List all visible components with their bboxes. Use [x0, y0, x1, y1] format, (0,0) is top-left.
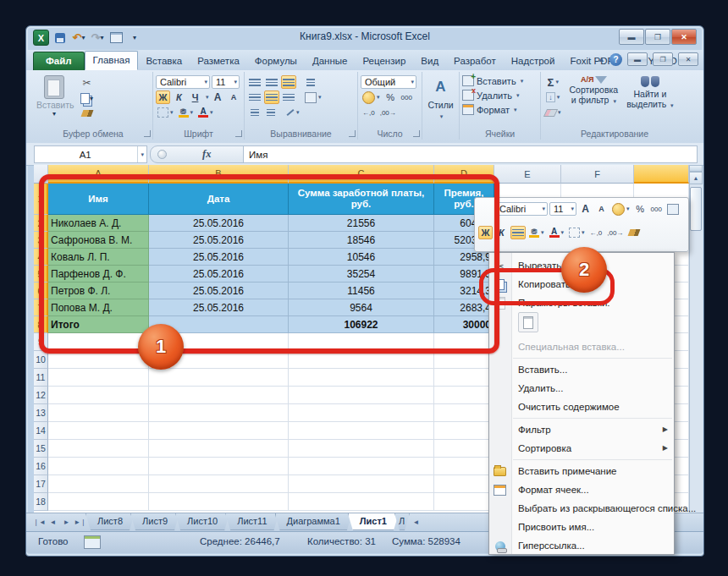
cell[interactable]	[48, 475, 149, 493]
menu-item-paste-special[interactable]: Специальная вставка...	[489, 337, 674, 356]
find-select-button[interactable]: Найти ивыделить ▾	[618, 74, 673, 110]
sheet-tab-list8[interactable]: Лист8	[85, 513, 135, 530]
align-middle-button[interactable]	[264, 75, 279, 89]
column-header-partial[interactable]	[634, 165, 689, 184]
mini-format-painter-button[interactable]	[626, 226, 641, 239]
cell[interactable]	[48, 493, 149, 511]
cut-button[interactable]: ✂	[79, 76, 95, 90]
sheet-tab-list10[interactable]: Лист10	[175, 513, 229, 530]
formula-input[interactable]: Имя	[243, 145, 698, 163]
ribbon-tab-developer[interactable]: Разработ	[446, 52, 504, 70]
mini-shrink-font-button[interactable]: А	[594, 202, 609, 216]
orientation-button[interactable]: ▾	[284, 106, 301, 119]
mini-comma-button[interactable]: 000	[649, 202, 664, 216]
mini-percent-button[interactable]: %	[633, 202, 648, 216]
mini-font-color-button[interactable]: А▾	[548, 226, 566, 239]
cell[interactable]	[289, 351, 434, 369]
decrease-indent-button[interactable]	[247, 106, 262, 119]
cell[interactable]	[48, 404, 149, 422]
cell[interactable]	[149, 458, 289, 475]
help-icon[interactable]: ?	[609, 53, 622, 66]
increase-indent-button[interactable]	[263, 106, 278, 119]
delete-cells-button[interactable]: Удалить▾	[462, 88, 538, 102]
cell[interactable]	[289, 458, 434, 475]
cell[interactable]	[149, 369, 289, 387]
cell[interactable]	[434, 369, 494, 387]
cell[interactable]	[48, 458, 149, 475]
next-sheet-icon[interactable]: ►	[60, 516, 73, 529]
name-box-dropdown-icon[interactable]: ▾	[137, 146, 146, 162]
menu-item-define-name[interactable]: Присвоить имя...	[489, 518, 674, 536]
percent-button[interactable]: %	[383, 91, 398, 104]
cell[interactable]	[434, 458, 494, 475]
collapse-ribbon-icon[interactable]: ▲	[598, 55, 605, 63]
row-header-13[interactable]: 13	[34, 404, 48, 422]
mini-increase-decimal-button[interactable]: ←,0	[588, 226, 604, 239]
menu-item-insert[interactable]: Вставить...	[489, 360, 674, 379]
number-dialog-launcher[interactable]	[413, 130, 420, 137]
paste-button[interactable]: Вставить ▾	[36, 74, 72, 118]
clear-button[interactable]: ▾	[543, 106, 563, 119]
comma-style-button[interactable]: 000	[400, 91, 414, 104]
row-header-17[interactable]: 17	[34, 475, 48, 493]
shrink-font-button[interactable]: А	[227, 91, 241, 104]
menu-item-pick-from-list[interactable]: Выбрать из раскрывающегося списка...	[489, 499, 674, 518]
format-cells-button[interactable]: Формат▾	[462, 102, 538, 117]
first-sheet-icon[interactable]: ❘◄	[33, 516, 46, 529]
cell[interactable]	[434, 493, 494, 511]
workbook-minimize-button[interactable]: ▬	[627, 52, 648, 66]
mini-merge-button[interactable]	[665, 202, 681, 216]
align-center-button[interactable]	[264, 91, 279, 104]
borders-button[interactable]: ▾	[156, 106, 175, 119]
cell[interactable]	[149, 422, 289, 440]
workbook-close-button[interactable]: ✕	[678, 52, 698, 66]
mini-center-button[interactable]	[510, 226, 526, 239]
mini-borders-button[interactable]: ▾	[567, 226, 587, 239]
font-color-button[interactable]: А▾	[196, 106, 215, 119]
cell[interactable]	[434, 475, 494, 493]
row-header-12[interactable]: 12	[34, 387, 48, 404]
cell[interactable]	[289, 404, 434, 422]
number-format-combo[interactable]: Общий▾	[361, 75, 416, 89]
cell[interactable]	[289, 387, 434, 404]
ribbon-tab-layout[interactable]: Разметка	[190, 52, 247, 70]
autosum-button[interactable]: Σ▾	[543, 75, 563, 89]
restore-button[interactable]: ❐	[645, 29, 670, 45]
row-header-16[interactable]: 16	[34, 458, 48, 475]
cell[interactable]	[48, 440, 149, 458]
cell[interactable]	[48, 387, 149, 404]
mini-grow-font-button[interactable]: А	[578, 202, 593, 216]
font-dialog-launcher[interactable]	[235, 130, 242, 137]
scrollbar-thumb[interactable]	[690, 187, 702, 231]
italic-button[interactable]: К	[172, 91, 186, 104]
ribbon-tab-file[interactable]: Файл	[33, 52, 85, 70]
cell[interactable]	[149, 493, 289, 511]
cell[interactable]	[149, 475, 289, 493]
fill-button[interactable]: ↓▾	[543, 91, 563, 104]
cell[interactable]	[289, 440, 434, 458]
cell[interactable]	[434, 351, 494, 369]
row-header-14[interactable]: 14	[34, 422, 48, 440]
underline-button[interactable]: Ч	[188, 91, 202, 104]
scroll-up-icon[interactable]: ▲	[689, 172, 703, 184]
font-name-combo[interactable]: Calibri▾	[156, 75, 210, 89]
sort-filter-button[interactable]: А/Я Сортировкаи фильтр ▾	[563, 74, 619, 106]
mini-fill-color-button[interactable]: ⛃▾	[527, 226, 546, 239]
ribbon-tab-review[interactable]: Рецензир	[355, 52, 413, 70]
cell[interactable]	[289, 369, 434, 387]
sheet-tab-list9[interactable]: Лист9	[130, 513, 179, 530]
increase-decimal-button[interactable]: ←,0	[361, 106, 377, 119]
cell[interactable]	[48, 351, 149, 369]
name-box[interactable]: A1 ▾	[34, 145, 147, 163]
format-painter-button[interactable]	[79, 107, 95, 120]
sheet-tab-diagram1[interactable]: Диаграмма1	[275, 513, 352, 530]
clipboard-dialog-launcher[interactable]	[144, 130, 151, 137]
prev-sheet-icon[interactable]: ◄	[47, 516, 59, 529]
cell[interactable]	[434, 387, 494, 404]
copy-button[interactable]: ▾	[79, 91, 95, 105]
scrollbar-split-handle[interactable]	[689, 165, 703, 172]
mini-accounting-button[interactable]: ▾	[610, 202, 631, 216]
row-header-10[interactable]: 10	[34, 351, 48, 369]
column-header-E[interactable]: E	[494, 165, 561, 184]
align-right-button[interactable]	[281, 91, 296, 104]
